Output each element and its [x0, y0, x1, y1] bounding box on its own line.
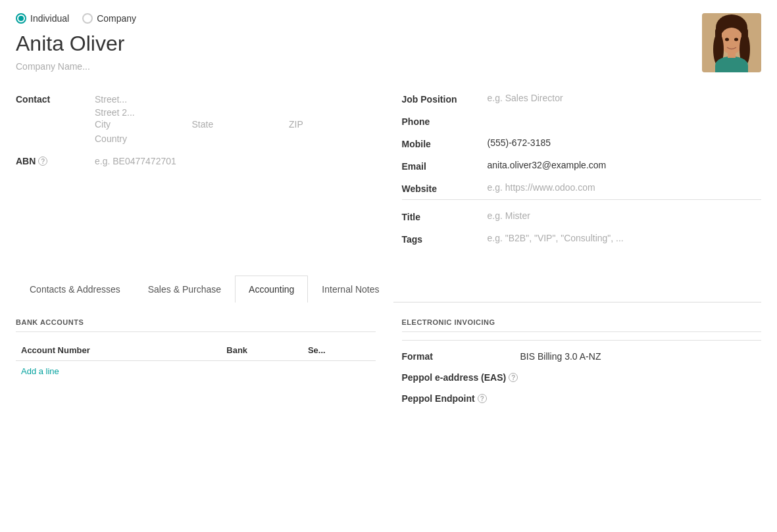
table-header-row: Account Number Bank Se... — [16, 340, 376, 361]
city-state-zip-row: City State ZIP — [95, 119, 376, 130]
svg-point-8 — [734, 38, 738, 41]
peppol-endpoint-help-icon[interactable]: ? — [478, 394, 487, 403]
company-label: Company — [97, 13, 136, 24]
state-field[interactable]: State — [192, 119, 279, 130]
col-bank: Bank — [221, 340, 303, 361]
electronic-invoicing-title: ELECTRONIC INVOICING — [402, 318, 762, 332]
individual-label: Individual — [30, 13, 69, 24]
company-radio-circle — [82, 13, 93, 24]
bank-accounts-section: BANK ACCOUNTS Account Number Bank Se... … — [16, 318, 376, 414]
abn-label: ABN — [16, 156, 36, 166]
company-radio[interactable]: Company — [82, 13, 136, 24]
abn-field: e.g. BE0477472701 — [95, 155, 376, 168]
tab-internal-notes[interactable]: Internal Notes — [308, 276, 393, 302]
tags-field[interactable]: e.g. "B2B", "VIP", "Consulting", ... — [488, 233, 762, 243]
svg-rect-9 — [728, 51, 736, 58]
mobile-label: Mobile — [402, 137, 488, 149]
email-label: Email — [402, 160, 488, 172]
format-value[interactable]: BIS Billing 3.0 A-NZ — [520, 351, 762, 362]
abn-label-group: ABN ? — [16, 155, 95, 166]
tab-contacts-addresses[interactable]: Contacts & Addresses — [16, 276, 134, 302]
individual-radio-circle — [16, 13, 26, 24]
address-fields: Street... Street 2... City State ZIP Cou… — [95, 93, 376, 145]
contact-row: Contact Street... Street 2... City State… — [16, 93, 376, 145]
tab-content: BANK ACCOUNTS Account Number Bank Se... … — [16, 318, 761, 414]
company-name-field[interactable]: Company Name... — [16, 61, 702, 72]
peppol-eas-help-icon[interactable]: ? — [509, 373, 518, 382]
bank-accounts-table: Account Number Bank Se... — [16, 340, 376, 361]
mobile-field[interactable]: (555)-672-3185 — [488, 137, 762, 148]
format-label: Format — [402, 351, 520, 362]
form-left: Contact Street... Street 2... City State… — [16, 93, 376, 255]
email-field[interactable]: anita.oliver32@example.com — [488, 160, 762, 170]
job-position-field[interactable]: e.g. Sales Director — [488, 93, 762, 103]
col-send: Se... — [303, 340, 376, 361]
abn-row: ABN ? e.g. BE0477472701 — [16, 155, 376, 168]
avatar-image — [702, 13, 761, 72]
ei-divider — [402, 340, 762, 341]
contact-type-selector: Individual Company — [16, 13, 702, 24]
individual-radio[interactable]: Individual — [16, 13, 69, 24]
title-field[interactable]: e.g. Mister — [488, 210, 762, 221]
street-field[interactable]: Street... — [95, 93, 376, 106]
title-label: Title — [402, 210, 488, 222]
electronic-invoicing-section: ELECTRONIC INVOICING Format BIS Billing … — [402, 318, 762, 414]
tab-bar: Contacts & Addresses Sales & Purchase Ac… — [16, 275, 761, 302]
website-row: Website e.g. https://www.odoo.com — [402, 182, 762, 200]
zip-field[interactable]: ZIP — [289, 119, 376, 130]
website-field[interactable]: e.g. https://www.odoo.com — [488, 182, 762, 193]
peppol-endpoint-row: Peppol Endpoint ? — [402, 393, 762, 404]
country-field[interactable]: Country — [95, 132, 376, 145]
bank-accounts-title: BANK ACCOUNTS — [16, 318, 376, 332]
peppol-endpoint-label: Peppol Endpoint ? — [402, 393, 520, 404]
job-position-label: Job Position — [402, 93, 488, 105]
street2-field[interactable]: Street 2... — [95, 106, 376, 119]
title-row: Title e.g. Mister — [402, 210, 762, 222]
job-position-row: Job Position e.g. Sales Director — [402, 93, 762, 105]
format-row: Format BIS Billing 3.0 A-NZ — [402, 351, 762, 362]
city-field[interactable]: City — [95, 119, 182, 130]
contact-form: Contact Street... Street 2... City State… — [16, 93, 761, 255]
tags-row: Tags e.g. "B2B", "VIP", "Consulting", ..… — [402, 233, 762, 245]
abn-input[interactable]: e.g. BE0477472701 — [95, 155, 376, 168]
add-line-button[interactable]: Add a line — [16, 361, 376, 381]
phone-label: Phone — [402, 115, 488, 127]
peppol-eas-row: Peppol e-address (EAS) ? — [402, 372, 762, 383]
phone-row: Phone — [402, 115, 762, 127]
mobile-row: Mobile (555)-672-3185 — [402, 137, 762, 149]
contact-label: Contact — [16, 93, 95, 105]
contact-name[interactable]: Anita Oliver — [16, 32, 702, 56]
tab-accounting[interactable]: Accounting — [235, 276, 308, 302]
col-account-number: Account Number — [16, 340, 221, 361]
tags-label: Tags — [402, 233, 488, 245]
website-label: Website — [402, 182, 488, 194]
peppol-endpoint-label-text: Peppol Endpoint — [402, 393, 475, 404]
peppol-eas-label: Peppol e-address (EAS) ? — [402, 372, 520, 383]
avatar[interactable] — [702, 13, 761, 72]
tab-sales-purchase[interactable]: Sales & Purchase — [134, 276, 235, 302]
peppol-eas-label-text: Peppol e-address (EAS) — [402, 372, 507, 383]
abn-help-icon[interactable]: ? — [38, 157, 47, 166]
svg-point-7 — [725, 38, 729, 41]
email-row: Email anita.oliver32@example.com — [402, 160, 762, 172]
form-right: Job Position e.g. Sales Director Phone M… — [402, 93, 762, 255]
